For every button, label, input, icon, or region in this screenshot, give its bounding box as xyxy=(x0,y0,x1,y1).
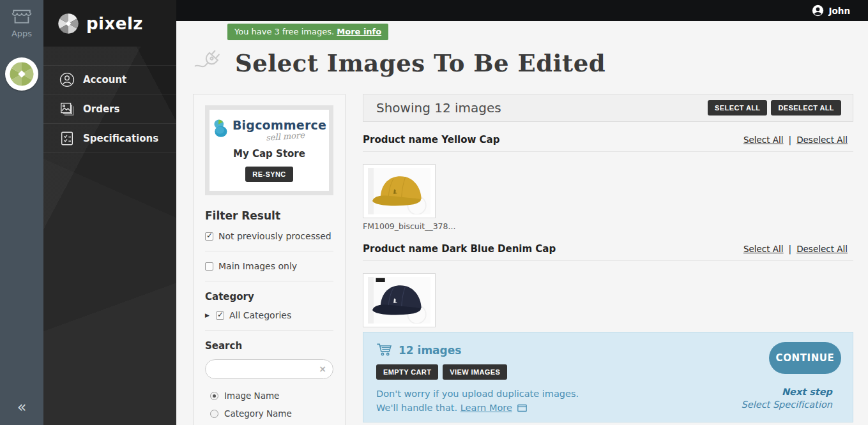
checkbox[interactable] xyxy=(205,262,213,271)
main-content: You have 3 free images. More info Select… xyxy=(176,21,868,425)
divider xyxy=(205,330,333,331)
cart-bar: 12 images EMPTY CART VIEW IMAGES Don't w… xyxy=(363,332,853,422)
radio-label: Image Name xyxy=(224,391,279,401)
continue-button[interactable]: CONTINUE xyxy=(769,342,841,374)
app-rail: Apps « xyxy=(0,0,43,425)
image-thumbnail-dark-blue-cap[interactable] xyxy=(363,273,436,327)
cart-icon xyxy=(376,343,393,357)
group-deselect-all-link[interactable]: Deselect All xyxy=(796,244,848,254)
store-widget: Bigcommerce sell more My Cap Store RE-SY… xyxy=(205,105,333,195)
filter-all-categories[interactable]: ▶ All Categories xyxy=(205,310,333,320)
deselect-all-button[interactable]: DESELECT ALL xyxy=(771,100,841,116)
checkbox-label: Not previously processed xyxy=(218,231,331,241)
photos-icon xyxy=(59,101,75,117)
clear-search-icon[interactable]: × xyxy=(319,364,326,374)
group-select-all-link[interactable]: Select All xyxy=(743,135,784,145)
filter-not-previously-processed[interactable]: Not previously processed xyxy=(205,231,333,241)
radio[interactable] xyxy=(210,392,218,400)
filter-panel: Bigcommerce sell more My Cap Store RE-SY… xyxy=(193,94,346,425)
radio-label: Category Name xyxy=(224,408,292,419)
category-heading: Category xyxy=(205,291,333,302)
product-group-yellow-cap: Product name Yellow Cap Select All|Desel… xyxy=(363,134,853,231)
user-menu[interactable]: John xyxy=(828,6,850,16)
image-filename: FM1009_biscuit__378... xyxy=(363,221,436,231)
image-thumbnail-yellow-cap[interactable]: FM1009_biscuit__378... xyxy=(363,164,436,231)
search-by-category-name[interactable]: Category Name xyxy=(210,408,333,419)
account-icon xyxy=(59,72,75,87)
next-step-info: Next step Select Specification xyxy=(742,386,832,411)
expand-caret-icon[interactable]: ▶ xyxy=(205,312,209,318)
sidebar-item-label: Orders xyxy=(83,103,119,115)
product-group-title: Product name Yellow Cap xyxy=(363,134,499,145)
resync-button[interactable]: RE-SYNC xyxy=(245,167,293,182)
sidebar-item-label: Specifications xyxy=(83,133,158,144)
search-heading: Search xyxy=(205,340,333,352)
popup-window-icon xyxy=(517,403,528,413)
checkbox[interactable] xyxy=(216,311,224,320)
sidebar-menu: Account Orders xyxy=(43,65,176,153)
filter-result-heading: Filter Result xyxy=(205,209,333,222)
aperture-icon xyxy=(57,13,79,34)
results-panel: Showing 12 images SELECT ALL DESELECT AL… xyxy=(363,94,853,327)
sidebar: pixelz Account xyxy=(43,0,176,425)
sidebar-item-account[interactable]: Account xyxy=(43,65,176,94)
pixelz-app-icon[interactable] xyxy=(5,57,38,91)
sidebar-item-specifications[interactable]: Specifications xyxy=(43,124,176,153)
cart-count: 12 images xyxy=(399,344,461,357)
radio[interactable] xyxy=(210,410,218,418)
store-icon xyxy=(10,6,33,27)
yellow-cap-photo xyxy=(367,168,432,214)
results-header: Showing 12 images SELECT ALL DESELECT AL… xyxy=(363,94,853,122)
user-avatar-icon xyxy=(812,4,824,17)
results-summary: Showing 12 images xyxy=(376,100,501,116)
checkbox[interactable] xyxy=(205,232,213,241)
divider xyxy=(363,151,853,152)
sidebar-item-label: Account xyxy=(83,74,126,86)
group-select-all-link[interactable]: Select All xyxy=(743,244,784,254)
select-all-button[interactable]: SELECT ALL xyxy=(708,100,767,116)
search-by-image-name[interactable]: Image Name xyxy=(210,391,333,401)
pixelz-logo[interactable]: pixelz xyxy=(43,0,176,47)
divider xyxy=(363,260,853,261)
brand-name: pixelz xyxy=(86,14,143,33)
product-group-title: Product name Dark Blue Denim Cap xyxy=(363,243,556,255)
store-name: My Cap Store xyxy=(216,148,323,160)
sidebar-item-orders[interactable]: Orders xyxy=(43,94,176,124)
link-separator: | xyxy=(789,135,792,145)
learn-more-link[interactable]: Learn More xyxy=(461,403,512,413)
free-images-banner: You have 3 free images. More info xyxy=(227,24,388,40)
search-input[interactable] xyxy=(205,359,333,379)
plug-icon xyxy=(193,47,226,80)
divider xyxy=(205,251,333,251)
page-title: Select Images To Be Edited xyxy=(235,49,605,77)
next-step-value: Select Specification xyxy=(742,399,832,412)
more-info-link[interactable]: More info xyxy=(337,27,381,36)
apps-label: Apps xyxy=(11,29,32,38)
checklist-icon xyxy=(59,131,75,146)
group-deselect-all-link[interactable]: Deselect All xyxy=(796,135,848,145)
next-step-label: Next step xyxy=(742,386,832,399)
banner-text: You have 3 free images. xyxy=(234,27,334,36)
dark-cap-photo xyxy=(367,277,432,324)
product-group-dark-blue-denim-cap: Product name Dark Blue Denim Cap Select … xyxy=(363,243,853,327)
checkbox-label: Main Images only xyxy=(218,261,297,271)
checkbox-label: All Categories xyxy=(229,310,291,320)
link-separator: | xyxy=(789,244,792,254)
empty-cart-button[interactable]: EMPTY CART xyxy=(376,364,438,380)
filter-main-images-only[interactable]: Main Images only xyxy=(205,261,333,271)
thumbnail-card[interactable] xyxy=(363,164,436,218)
view-images-button[interactable]: VIEW IMAGES xyxy=(443,364,507,380)
thumbnail-card[interactable] xyxy=(363,273,436,327)
note-line2: We'll handle that. xyxy=(376,403,457,413)
apps-button[interactable]: Apps xyxy=(0,6,43,38)
top-bar: John xyxy=(176,0,868,21)
bigcommerce-logo-icon xyxy=(212,118,229,138)
note-line1: Don't worry if you upload duplicate imag… xyxy=(376,389,579,399)
divider xyxy=(205,281,333,281)
page-header: Select Images To Be Edited xyxy=(193,47,868,80)
collapse-sidebar-button[interactable]: « xyxy=(0,398,43,416)
